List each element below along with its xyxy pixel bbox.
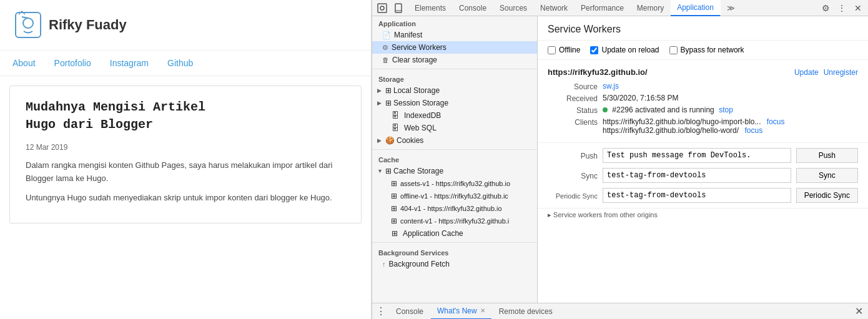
bottom-tabs: Console What's New ✕ Remote devices: [390, 303, 850, 320]
sidebar-app-cache[interactable]: ⊞ Application Cache: [372, 227, 537, 240]
svg-rect-5: [395, 4, 402, 12]
sync-input[interactable]: test-tag-from-devtools: [603, 168, 791, 183]
update-reload-checkbox[interactable]: [590, 46, 598, 54]
sidebar-local-storage[interactable]: ▶ ⊞ Local Storage: [372, 84, 537, 97]
push-input[interactable]: Test push message from DevTools.: [603, 148, 791, 163]
divider1: [372, 69, 537, 69]
sidebar-session-storage[interactable]: ▶ ⊞ Session Storage: [372, 97, 537, 109]
settings-icon[interactable]: ⚙: [818, 1, 833, 16]
sync-button[interactable]: Sync: [796, 168, 858, 183]
sidebar-clear-storage[interactable]: 🗑 Clear storage: [372, 54, 537, 66]
tab-sources[interactable]: Sources: [493, 0, 534, 16]
svg-rect-3: [378, 4, 387, 12]
site-logo: Rifky Fuady: [12, 9, 127, 41]
push-button[interactable]: Push: [796, 148, 858, 163]
sw-push-sync-area: Push Test push message from DevTools. Pu…: [538, 143, 868, 208]
nav-github[interactable]: Github: [167, 58, 193, 68]
close-devtools-icon[interactable]: ✕: [851, 1, 866, 16]
article-area: Mudahnya Mengisi Artikel Hugo dari Blogg…: [9, 86, 362, 223]
stop-link[interactable]: stop: [719, 106, 733, 114]
cookies-label: Cookies: [397, 136, 423, 145]
tab-application[interactable]: Application: [671, 0, 721, 16]
whats-new-label: What's New: [437, 307, 477, 315]
site-header: Rifky Fuady: [0, 0, 371, 51]
websql-label: Web SQL: [404, 124, 436, 132]
offline-checkbox[interactable]: [548, 46, 556, 54]
sidebar-cache-storage[interactable]: ▼ ⊞ Cache Storage: [372, 165, 537, 177]
bypass-checkbox[interactable]: [669, 46, 678, 54]
devtools-panel: Elements Console Sources Network Perform…: [372, 0, 868, 319]
client2-focus[interactable]: focus: [744, 126, 762, 135]
sidebar-service-workers[interactable]: ⚙ Service Workers: [372, 41, 537, 54]
cache-offline-label: offline-v1 - https://rifkyfu32.github.ic: [400, 192, 508, 200]
source-value: sw.js: [603, 82, 858, 91]
site-nav: About Portofolio Instagram Github: [0, 51, 371, 76]
whats-new-close-icon[interactable]: ✕: [480, 307, 485, 314]
nav-instagram[interactable]: Instagram: [110, 58, 149, 68]
background-section-label: Background Services: [372, 245, 537, 258]
divider3: [372, 242, 537, 243]
bottom-tab-remote[interactable]: Remote devices: [493, 303, 559, 320]
devtools-sidebar: Application 📄 Manifest ⚙ Service Workers…: [372, 16, 538, 303]
inspect-icon[interactable]: [375, 1, 390, 16]
sidebar-cache-offline[interactable]: ⊞ offline-v1 - https://rifkyfu32.github.…: [372, 190, 537, 202]
sw-registration: https://rifkyfu32.github.io/ Update Unre…: [538, 60, 868, 143]
offline-label: Offline: [559, 46, 580, 54]
sidebar-indexeddb[interactable]: 🗄 IndexedDB: [372, 109, 537, 122]
local-storage-grid-icon: ⊞: [385, 86, 392, 95]
cache-storage-icon: ⊞: [385, 167, 392, 175]
unregister-link[interactable]: Unregister: [824, 68, 858, 77]
sidebar-cookies[interactable]: ▶ 🍪 Cookies: [372, 134, 537, 147]
bottom-dots-icon[interactable]: ⋮: [372, 305, 390, 317]
svg-point-4: [380, 6, 384, 10]
more-options-icon[interactable]: ⋮: [834, 1, 849, 16]
devtools-main: Service Workers Offline Update on reload…: [538, 16, 868, 303]
tab-elements[interactable]: Elements: [408, 0, 453, 16]
update-on-reload-option[interactable]: Update on reload: [590, 46, 659, 54]
status-value: #2296 activated and is running stop: [603, 106, 858, 114]
sidebar-background-fetch[interactable]: ↑ Background Fetch: [372, 258, 537, 270]
logo-icon: [12, 9, 44, 41]
remote-label: Remote devices: [499, 307, 553, 316]
nav-about[interactable]: About: [12, 58, 36, 68]
tab-console[interactable]: Console: [453, 0, 493, 16]
cache-assets-icon: ⊞: [391, 179, 397, 188]
periodic-sync-input[interactable]: test-tag-from-devtools: [603, 188, 791, 203]
sidebar-cache-assets[interactable]: ⊞ assets-v1 - https://rifkyfu32.github.i…: [372, 177, 537, 190]
more-origins-text[interactable]: ▸ Service workers from other origins: [538, 208, 868, 222]
sw-js-link[interactable]: sw.js: [603, 82, 619, 91]
local-storage-arrow: ▶: [377, 87, 383, 94]
tab-network[interactable]: Network: [534, 0, 575, 16]
client1-url: https://rifkyfu32.github.io/blog/hugo-im…: [603, 117, 761, 126]
status-text: #2296 activated and is running: [612, 106, 714, 114]
device-icon[interactable]: [391, 1, 406, 16]
sidebar-manifest[interactable]: 📄 Manifest: [372, 29, 537, 41]
clients-value: https://rifkyfu32.github.io/blog/hugo-im…: [603, 117, 858, 135]
background-fetch-label: Background Fetch: [389, 260, 450, 268]
cache-offline-icon: ⊞: [391, 192, 397, 200]
sidebar-cache-404[interactable]: ⊞ 404-v1 - https://rifkyfu32.github.io: [372, 202, 537, 215]
bottom-tab-console[interactable]: Console: [390, 303, 430, 320]
tab-more[interactable]: ≫: [721, 0, 742, 16]
periodic-sync-button[interactable]: Periodic Sync: [796, 188, 858, 203]
offline-option[interactable]: Offline: [548, 46, 580, 54]
session-storage-label: Session Storage: [393, 99, 448, 107]
tab-performance[interactable]: Performance: [575, 0, 631, 16]
sidebar-cache-content[interactable]: ⊞ content-v1 - https://rifkyfu32.github.…: [372, 215, 537, 227]
tab-memory[interactable]: Memory: [631, 0, 671, 16]
update-link[interactable]: Update: [794, 68, 819, 77]
nav-portofolio[interactable]: Portofolio: [54, 58, 91, 68]
sidebar-websql[interactable]: 🗄 Web SQL: [372, 122, 537, 134]
close-bottom-bar-icon[interactable]: ✕: [850, 305, 868, 317]
periodic-sync-label: Periodic Sync: [548, 192, 598, 200]
application-section-label: Application: [372, 16, 537, 29]
bypass-option[interactable]: Bypass for network: [669, 46, 744, 54]
bottom-tab-whats-new[interactable]: What's New ✕: [431, 303, 491, 320]
client1-focus[interactable]: focus: [767, 117, 785, 126]
cache-404-icon: ⊞: [391, 204, 397, 213]
sw-options: Offline Update on reload Bypass for netw…: [538, 41, 868, 60]
service-workers-header: Service Workers: [538, 16, 868, 41]
websql-icon: 🗄: [392, 124, 399, 132]
article-excerpt2: Untungnya Hugo sudah menyediakan skrip u…: [26, 192, 345, 205]
sync-label: Sync: [548, 171, 598, 180]
